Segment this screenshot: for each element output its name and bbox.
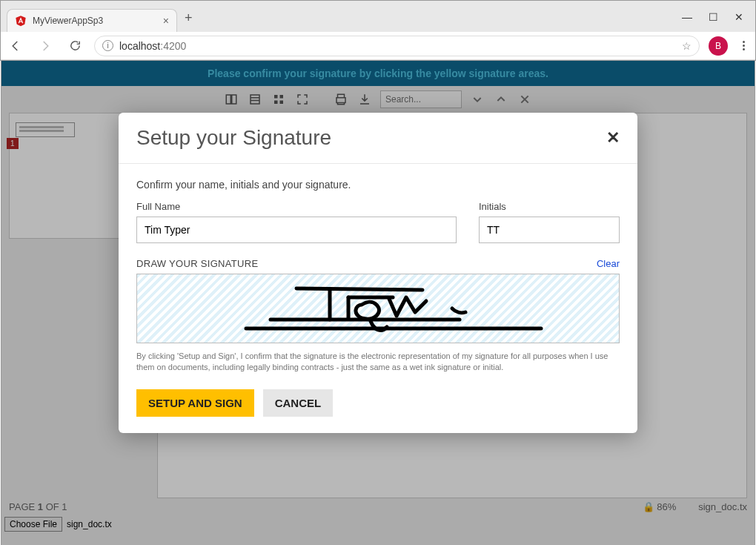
drawn-signature xyxy=(200,275,556,342)
modal-subtitle: Confirm your name, initials and your sig… xyxy=(136,179,620,191)
browser-tab[interactable]: MyViewerAppSp3 × xyxy=(7,9,177,32)
signature-disclaimer: By clicking 'Setup and Sign', I confirm … xyxy=(136,343,620,373)
app-viewport: Please confirm your signature by clickin… xyxy=(1,61,755,545)
new-tab-button[interactable]: + xyxy=(185,10,193,26)
url-port: :4200 xyxy=(160,40,186,52)
url-host: localhost xyxy=(119,40,160,52)
full-name-field: Full Name xyxy=(136,201,457,243)
maximize-icon[interactable]: ☐ xyxy=(709,11,718,23)
modal-close-icon[interactable]: ✕ xyxy=(606,128,620,148)
angular-icon xyxy=(15,15,27,27)
back-button[interactable] xyxy=(5,36,26,56)
window-controls: — ☐ ✕ xyxy=(682,11,749,23)
initials-field: Initials xyxy=(479,201,620,243)
tab-close-icon[interactable]: × xyxy=(163,15,169,27)
initials-label: Initials xyxy=(479,201,620,212)
signature-pad[interactable] xyxy=(136,274,620,343)
modal-overlay: Setup your Signature ✕ Confirm your name… xyxy=(1,61,755,545)
forward-button[interactable] xyxy=(35,36,56,56)
initials-input[interactable] xyxy=(479,217,620,243)
modal-title: Setup your Signature xyxy=(136,126,331,150)
tab-title: MyViewerAppSp3 xyxy=(33,16,157,26)
info-icon: i xyxy=(102,40,113,51)
bookmark-star-icon[interactable]: ☆ xyxy=(682,40,692,52)
close-window-icon[interactable]: ✕ xyxy=(735,11,743,23)
signature-section-label: DRAW YOUR SIGNATURE xyxy=(136,258,258,269)
setup-and-sign-button[interactable]: SETUP AND SIGN xyxy=(136,389,254,417)
address-bar: i localhost:4200 ☆ B xyxy=(1,32,755,60)
signature-setup-modal: Setup your Signature ✕ Confirm your name… xyxy=(119,113,637,433)
browser-title-bar: MyViewerAppSp3 × + — ☐ ✕ xyxy=(1,1,755,32)
full-name-label: Full Name xyxy=(136,201,457,212)
browser-menu-icon[interactable] xyxy=(737,39,751,52)
clear-signature-link[interactable]: Clear xyxy=(597,258,620,269)
cancel-button[interactable]: CANCEL xyxy=(263,389,334,417)
reload-button[interactable] xyxy=(64,36,85,56)
full-name-input[interactable] xyxy=(136,217,457,243)
minimize-icon[interactable]: — xyxy=(682,11,692,23)
profile-avatar[interactable]: B xyxy=(709,36,728,56)
url-input[interactable]: i localhost:4200 ☆ xyxy=(94,36,700,56)
